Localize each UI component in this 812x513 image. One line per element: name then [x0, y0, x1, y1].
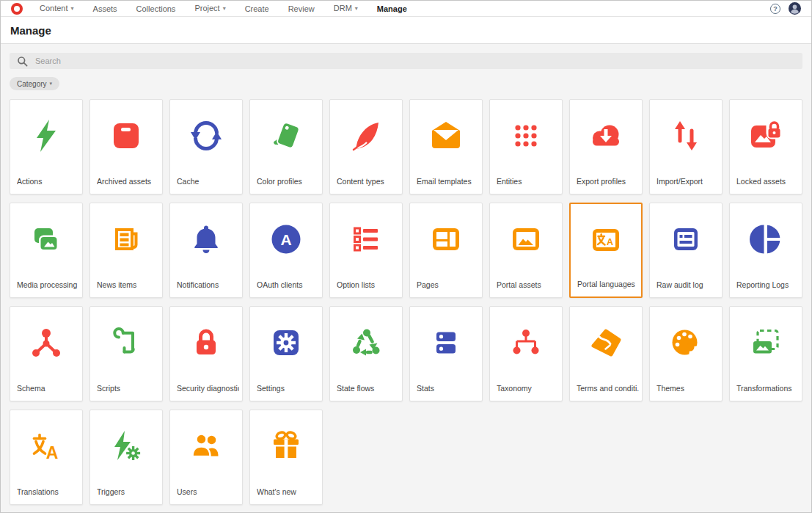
- tile-settings[interactable]: Settings: [249, 306, 323, 401]
- tile-label: Export profiles: [577, 177, 639, 186]
- tile-security-diagnostics[interactable]: Security diagnostics: [169, 306, 243, 401]
- tile-whats-new[interactable]: What's new: [249, 410, 323, 505]
- tile-label: Pages: [417, 280, 479, 289]
- tile-email-templates[interactable]: Email templates: [409, 99, 483, 194]
- tile-cache[interactable]: Cache: [169, 99, 243, 194]
- tile-label: Triggers: [97, 487, 159, 496]
- user-avatar[interactable]: [789, 2, 801, 15]
- nav-item-review[interactable]: Review: [279, 1, 324, 17]
- tile-notifications[interactable]: Notifications: [169, 203, 243, 298]
- top-nav: Content Assets Collections Project Creat…: [1, 1, 811, 17]
- tile-label: Schema: [17, 384, 79, 393]
- tile-label: Stats: [417, 384, 479, 393]
- tile-label: Media processing: [17, 280, 79, 289]
- cloud-download-icon: [588, 118, 623, 153]
- tile-terms-and-conditions[interactable]: Terms and conditi...: [569, 306, 643, 401]
- nav-item-collections[interactable]: Collections: [127, 1, 186, 17]
- circle-a-icon: A: [268, 222, 304, 257]
- tile-label: State flows: [337, 384, 399, 393]
- gear-square-icon: [268, 325, 304, 360]
- paint-palette-icon: [668, 325, 703, 360]
- newspaper-icon: [109, 222, 144, 257]
- image-window-icon: [508, 222, 544, 257]
- tile-label: Portal assets: [497, 280, 559, 289]
- tile-option-lists[interactable]: Option lists: [329, 203, 403, 298]
- tile-label: Settings: [257, 384, 319, 393]
- tile-transformations[interactable]: Transformations: [729, 306, 802, 401]
- tree-hierarchy-icon: [508, 325, 544, 360]
- tile-actions[interactable]: Actions: [10, 99, 83, 194]
- tile-color-profiles[interactable]: Color profiles: [249, 99, 323, 194]
- tile-themes[interactable]: Themes: [649, 306, 723, 401]
- brand-logo-icon[interactable]: [11, 3, 23, 15]
- log-list-icon: [668, 222, 703, 257]
- tile-entities[interactable]: Entities: [489, 99, 563, 194]
- tile-triggers[interactable]: Triggers: [89, 410, 163, 505]
- tile-oauth-clients[interactable]: A OAuth clients: [249, 203, 323, 298]
- tile-taxonomy[interactable]: Taxonomy: [489, 306, 563, 401]
- open-envelope-icon: [428, 118, 464, 153]
- help-icon[interactable]: [770, 4, 780, 14]
- svg-text:A: A: [280, 231, 291, 248]
- tile-label: Content types: [337, 177, 399, 186]
- tile-archived-assets[interactable]: Archived assets: [89, 99, 163, 194]
- lightning-bolt-icon: [29, 118, 64, 153]
- tile-label: Scripts: [97, 384, 159, 393]
- search-bar[interactable]: [10, 53, 802, 69]
- bolt-gear-icon: [109, 429, 144, 464]
- nav-item-assets[interactable]: Assets: [84, 1, 127, 17]
- category-filter-chip[interactable]: Category: [10, 77, 59, 90]
- tile-label: Reporting Logs: [736, 280, 799, 289]
- nav-item-drm[interactable]: DRM: [324, 0, 367, 18]
- tile-pages[interactable]: Pages: [409, 203, 483, 298]
- server-stack-icon: [428, 325, 464, 360]
- topbar-actions: [770, 2, 804, 15]
- tile-label: What's new: [257, 487, 319, 496]
- nav-item-manage[interactable]: Manage: [367, 1, 417, 17]
- dot-grid-icon: [508, 118, 544, 153]
- tile-stats[interactable]: Stats: [409, 306, 483, 401]
- tile-schema[interactable]: Schema: [10, 306, 83, 401]
- tile-translations[interactable]: A Translations: [10, 410, 83, 505]
- nav-item-content[interactable]: Content: [30, 0, 84, 18]
- tile-label: Terms and conditi...: [577, 384, 639, 393]
- tile-state-flows[interactable]: State flows: [329, 306, 403, 401]
- tile-label: Translations: [17, 487, 79, 496]
- tile-label: Themes: [656, 384, 719, 393]
- nav-item-project[interactable]: Project: [185, 0, 235, 18]
- color-swatches-icon: [268, 118, 304, 153]
- tile-portal-languages[interactable]: A Portal languages: [569, 203, 643, 298]
- tile-label: Actions: [17, 177, 79, 186]
- tile-label: Security diagnostics: [177, 384, 239, 393]
- tile-scripts[interactable]: Scripts: [89, 306, 163, 401]
- app-window: Content Assets Collections Project Creat…: [0, 0, 812, 513]
- tile-locked-assets[interactable]: Locked assets: [729, 99, 802, 194]
- tile-label: Raw audit log: [656, 280, 719, 289]
- translate-window-icon: A: [588, 222, 623, 258]
- translate-icon: A: [29, 429, 64, 464]
- tile-label: Taxonomy: [497, 384, 559, 393]
- tile-export-profiles[interactable]: Export profiles: [569, 99, 643, 194]
- svg-text:A: A: [46, 443, 59, 462]
- search-input[interactable]: [34, 56, 795, 66]
- tile-reporting-logs[interactable]: Reporting Logs: [729, 203, 802, 298]
- tile-import-export[interactable]: Import/Export: [649, 99, 723, 194]
- user-group-icon: [189, 429, 224, 464]
- tile-label: Notifications: [177, 280, 239, 289]
- tile-news-items[interactable]: News items: [89, 203, 163, 298]
- tile-label: OAuth clients: [257, 280, 319, 289]
- crop-image-icon: [748, 325, 783, 360]
- molecule-icon: [29, 325, 64, 360]
- tile-portal-assets[interactable]: Portal assets: [489, 203, 563, 298]
- tile-label: Email templates: [417, 177, 479, 186]
- tile-label: Import/Export: [656, 177, 719, 186]
- tile-label: News items: [97, 280, 159, 289]
- nav-item-create[interactable]: Create: [235, 1, 279, 17]
- tile-media-processing[interactable]: Media processing: [10, 203, 83, 298]
- tile-content-types[interactable]: Content types: [329, 99, 403, 194]
- tile-label: Cache: [177, 177, 239, 186]
- scroll-icon: [109, 325, 144, 360]
- tile-raw-audit-log[interactable]: Raw audit log: [649, 203, 723, 298]
- tile-label: Locked assets: [736, 177, 799, 186]
- tile-users[interactable]: Users: [169, 410, 243, 505]
